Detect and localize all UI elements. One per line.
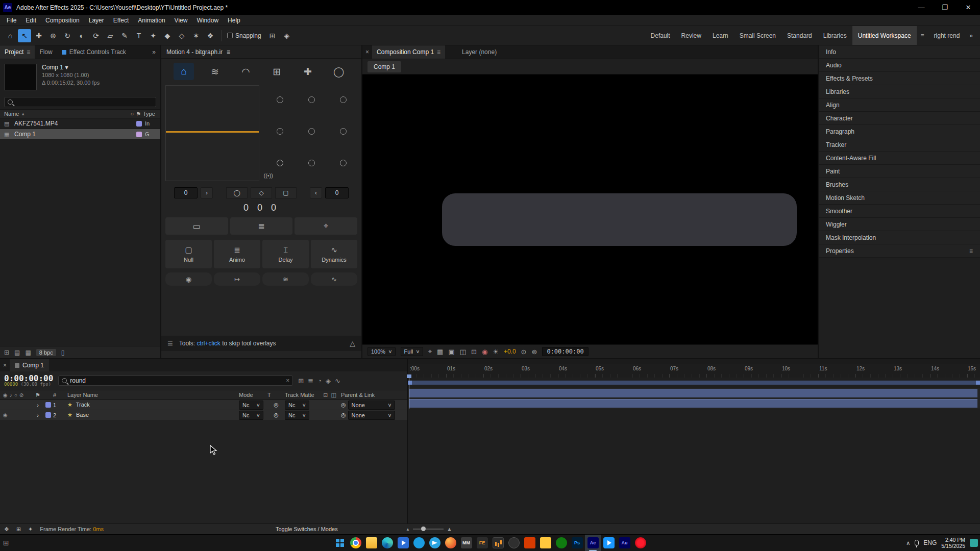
layer-row-track[interactable]: ◉ › 1 ★ Track Nc˅ ◎ Nc˅ ◎ [0, 400, 407, 410]
rulers-icon[interactable]: ⊡ [471, 348, 477, 356]
timeline-track-area[interactable]: :00s 01s 02s 03s 04s 05s 06s 07s 08s 09s… [407, 359, 980, 534]
rotation-tool[interactable]: ⟳ [89, 29, 103, 42]
motion-layers-icon[interactable]: ≋ [205, 63, 225, 80]
workspace-overflow-icon[interactable]: » [965, 32, 977, 39]
anchor-dot[interactable] [340, 128, 347, 135]
panel-menu-icon[interactable]: ≡ [227, 48, 230, 56]
diamond-shape-button[interactable]: ◇ [251, 187, 272, 198]
brush-tool[interactable]: ✦ [146, 29, 160, 42]
anchor-dot[interactable] [308, 96, 315, 103]
project-item-row[interactable]: ▤ AKFZ7541.MP4 In [0, 118, 160, 129]
track-matte-dropdown[interactable]: Nc˅ [285, 400, 309, 410]
region-of-interest-icon[interactable]: ⌖ [428, 347, 432, 356]
menu-animation[interactable]: Animation [133, 17, 169, 24]
video-column-icon[interactable]: ◉ [3, 392, 8, 398]
menu-file[interactable]: File [2, 17, 21, 24]
mask-visibility-icon[interactable]: ▣ [448, 348, 454, 356]
snap-features-icon[interactable]: ◈ [280, 29, 293, 42]
menu-window[interactable]: Window [192, 17, 223, 24]
close-panel-icon[interactable]: × [362, 45, 372, 59]
panel-libraries[interactable]: Libraries [819, 85, 980, 98]
work-area-bar[interactable] [408, 381, 980, 385]
pan-behind-tool[interactable]: ◐ [75, 29, 88, 42]
taskbar-audition[interactable]: Au [617, 535, 632, 551]
column-number[interactable]: # [53, 392, 65, 398]
window-mode-button[interactable]: ▭ [165, 217, 228, 235]
motion-ellipse-icon[interactable]: ◯ [329, 63, 349, 80]
hide-shy-icon[interactable]: ◔ [317, 377, 322, 385]
timeline-search-input[interactable] [70, 377, 283, 384]
taskbar-onedrive[interactable] [411, 535, 427, 551]
anchor-dot[interactable] [340, 160, 347, 166]
exposure-icon[interactable]: ☀ [493, 348, 499, 356]
taskbar-firefox[interactable] [443, 535, 458, 551]
taskbar-xbox[interactable] [553, 535, 569, 551]
anchor-dot[interactable] [308, 160, 315, 166]
falloff-preview-canvas[interactable]: ((•)) [165, 85, 259, 181]
snapshot-icon[interactable]: ⊙ [521, 348, 527, 356]
taskbar-photoshop[interactable]: Ps [569, 535, 585, 551]
taskbar-file-explorer[interactable] [363, 535, 379, 551]
column-mode[interactable]: Mode [239, 392, 267, 398]
column-track-matte[interactable]: Track Matte [285, 392, 318, 398]
render-queue-icon[interactable]: ❖ [4, 526, 9, 533]
roto-brush-tool[interactable]: ✶ [189, 29, 203, 42]
brainstorm-icon[interactable]: ✦ [28, 526, 33, 533]
column-layer-name[interactable]: Layer Name [65, 392, 239, 398]
anchor-dot[interactable] [277, 96, 283, 103]
panel-paragraph[interactable]: Paragraph [819, 125, 980, 138]
layer-color-chip[interactable] [45, 412, 51, 418]
menu-effect[interactable]: Effect [109, 17, 133, 24]
expander-icon[interactable]: › [33, 402, 43, 408]
taskbar-media-player[interactable] [395, 535, 411, 551]
taskbar-fe-app[interactable]: FE [474, 535, 490, 551]
playhead[interactable] [409, 378, 409, 409]
stack-tool-icon[interactable]: ≋ [262, 272, 309, 286]
track-matte-dropdown[interactable]: Nc˅ [285, 411, 309, 420]
flowchart-icon[interactable]: ⊞ [16, 526, 21, 533]
taskbar-mail[interactable] [537, 535, 553, 551]
motion-home-icon[interactable]: ⌂ [174, 63, 194, 80]
taskbar-after-effects[interactable]: Ae [585, 535, 601, 551]
taskbar-edge[interactable] [379, 535, 395, 551]
draft-3d-icon[interactable]: ≣ [308, 377, 313, 385]
column-parent-link[interactable]: Parent & Link [341, 392, 375, 398]
tab-flow[interactable]: Flow [35, 45, 57, 59]
taskbar-prime-video[interactable] [601, 535, 617, 551]
tray-overflow-icon[interactable]: ∧ [906, 540, 910, 546]
timeline-tab-comp1[interactable]: Comp 1 [10, 359, 49, 371]
lock-column-icon[interactable]: ⊘ [19, 392, 23, 398]
panel-motion-sketch[interactable]: Motion Sketch [819, 191, 980, 205]
rounded-rectangle-layer[interactable] [442, 193, 797, 246]
menu-composition[interactable]: Composition [41, 17, 84, 24]
matte-pickwhip-icon[interactable]: ◎ [267, 402, 285, 408]
circle-shape-button[interactable]: ◯ [226, 187, 248, 198]
taskbar-chrome[interactable] [348, 535, 363, 551]
channel-icon[interactable]: ◉ [482, 348, 487, 356]
column-t[interactable]: T [267, 392, 285, 398]
viewer-comp-chip[interactable]: Comp 1 [368, 61, 401, 72]
panel-wiggler[interactable]: Wiggler [819, 218, 980, 231]
layer-duration-bar[interactable] [409, 389, 977, 397]
motion-curve-icon[interactable]: ◠ [236, 63, 256, 80]
column-type[interactable]: Type [143, 111, 156, 117]
project-table-header[interactable]: Name ▲ ○ ⚑ Type [0, 109, 160, 118]
shape-tool[interactable]: ▱ [104, 29, 117, 42]
tab-effect-controls[interactable]: Effect Controls Track [57, 45, 131, 59]
workspace-small-screen[interactable]: Small Screen [734, 26, 781, 45]
transparency-grid-icon[interactable]: ▦ [437, 348, 443, 356]
show-snapshot-icon[interactable]: ⊚ [531, 348, 537, 356]
panel-mask-interpolation[interactable]: Mask Interpolation [819, 231, 980, 244]
current-time-display[interactable]: 0:00:00:00 [4, 374, 53, 382]
settings-icon[interactable]: ☰ [167, 340, 173, 347]
microphone-icon[interactable] [915, 540, 919, 546]
panel-info[interactable]: Info [819, 45, 980, 59]
guides-icon[interactable]: ◫ [460, 348, 466, 356]
magnification-dropdown[interactable]: 100%˅ [368, 347, 396, 356]
close-timeline-icon[interactable]: × [0, 359, 10, 371]
column-name[interactable]: Name [4, 111, 19, 117]
parent-pickwhip-icon[interactable]: ◎ [341, 412, 346, 418]
composition-viewer[interactable] [362, 74, 818, 344]
parent-pickwhip-icon[interactable]: ◎ [341, 402, 346, 408]
panel-overflow-icon[interactable]: » [148, 45, 160, 59]
